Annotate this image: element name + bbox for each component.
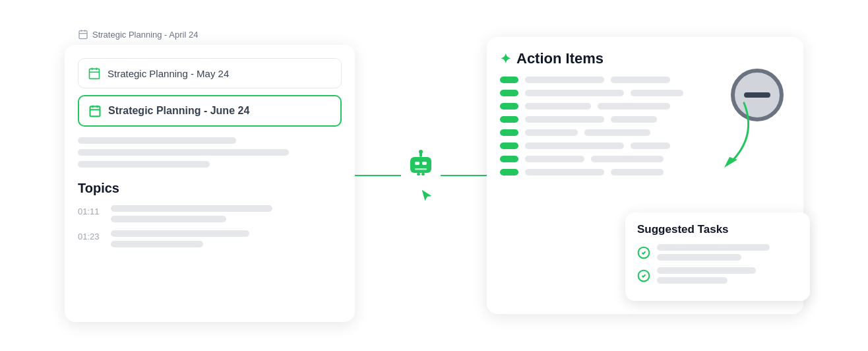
task-row-1 xyxy=(637,244,798,261)
grey-bar xyxy=(525,143,624,149)
topic-row-2: 01:23 xyxy=(78,230,342,247)
grey-bar xyxy=(611,169,664,176)
bot-icon-wrapper xyxy=(401,145,441,206)
placeholder-line xyxy=(657,277,728,284)
placeholder-line xyxy=(657,244,770,251)
svg-rect-4 xyxy=(90,69,100,79)
placeholder-line xyxy=(111,205,272,212)
green-bar xyxy=(500,156,518,162)
grey-bar xyxy=(611,77,670,83)
grey-bar xyxy=(631,90,683,96)
placeholder-line xyxy=(78,137,236,144)
green-bar xyxy=(500,77,518,83)
grey-bar xyxy=(525,169,604,176)
task-row-2 xyxy=(637,267,798,284)
grey-bar xyxy=(591,156,664,162)
action-items-title: Action Items xyxy=(516,50,604,67)
green-bar xyxy=(500,90,518,96)
magnifier xyxy=(731,69,784,121)
main-container: Strategic Planning - April 24 Strategic … xyxy=(38,29,830,322)
action-row-5 xyxy=(500,129,790,136)
calendar-icon-float xyxy=(78,29,88,40)
grey-bar xyxy=(525,77,604,83)
svg-rect-16 xyxy=(422,162,427,165)
action-row-6 xyxy=(500,143,790,149)
placeholder-line xyxy=(111,241,203,247)
sparkle-icon: ✦ xyxy=(500,51,511,67)
topic-lines-1 xyxy=(111,205,342,222)
meeting-item-may[interactable]: Strategic Planning - May 24 xyxy=(78,58,342,88)
action-row-8 xyxy=(500,169,790,176)
meeting-item-june[interactable]: Strategic Planning - June 24 xyxy=(78,95,342,127)
topic-lines-2 xyxy=(111,230,342,247)
placeholder-line xyxy=(657,267,756,274)
grey-bar xyxy=(525,90,624,96)
green-bar xyxy=(500,143,518,149)
svg-rect-15 xyxy=(415,162,419,165)
action-row-7 xyxy=(500,156,790,162)
placeholder-lines-top xyxy=(78,137,342,168)
placeholder-line xyxy=(657,254,741,261)
topics-title: Topics xyxy=(78,181,342,196)
grey-bar xyxy=(525,116,604,123)
green-bar xyxy=(500,129,518,136)
check-icon-1 xyxy=(637,246,650,259)
svg-rect-19 xyxy=(421,173,425,176)
topic-time-1: 01:11 xyxy=(78,207,102,216)
check-icon-2 xyxy=(637,269,650,282)
grey-bar xyxy=(598,103,670,110)
green-bar xyxy=(500,103,518,110)
grey-bar xyxy=(525,103,591,110)
grey-bar xyxy=(525,156,584,162)
suggested-tasks-card: Suggested Tasks xyxy=(625,212,810,301)
left-section: Strategic Planning - April 24 Strategic … xyxy=(65,29,355,322)
topic-row-1: 01:11 xyxy=(78,205,342,222)
green-bar xyxy=(500,116,518,123)
grey-bar xyxy=(611,116,657,123)
floating-label: Strategic Planning - April 24 xyxy=(78,29,198,40)
placeholder-line xyxy=(111,216,226,222)
topics-section: Topics 01:11 01:23 xyxy=(78,181,342,247)
placeholder-line xyxy=(78,161,210,168)
topic-time-2: 01:23 xyxy=(78,232,102,241)
svg-rect-0 xyxy=(79,31,87,39)
right-card: ✦ Action Items xyxy=(487,37,803,314)
calendar-icon-june xyxy=(88,104,102,117)
magnifier-line xyxy=(744,92,770,98)
task-lines-2 xyxy=(657,267,798,284)
cursor-icon xyxy=(419,189,434,203)
svg-point-14 xyxy=(419,150,423,154)
placeholder-line xyxy=(111,230,249,237)
meeting-may-label: Strategic Planning - May 24 xyxy=(108,68,229,79)
grey-bar xyxy=(631,143,670,149)
left-card: Strategic Planning - May 24 Strategic Pl… xyxy=(65,45,355,322)
svg-rect-8 xyxy=(90,106,100,116)
green-bar xyxy=(500,169,518,176)
action-items-header: ✦ Action Items xyxy=(500,50,790,67)
svg-rect-17 xyxy=(415,168,427,170)
grey-bar xyxy=(525,129,578,136)
svg-rect-12 xyxy=(410,157,431,173)
floating-label-text: Strategic Planning - April 24 xyxy=(92,30,198,40)
placeholder-line xyxy=(78,149,289,156)
svg-rect-18 xyxy=(417,173,420,176)
task-lines-1 xyxy=(657,244,798,261)
grey-bar xyxy=(584,129,650,136)
bot-icon xyxy=(404,148,438,182)
calendar-icon-may xyxy=(88,67,101,80)
suggested-tasks-title: Suggested Tasks xyxy=(637,223,798,236)
meeting-june-label: Strategic Planning - June 24 xyxy=(108,105,249,117)
connector xyxy=(355,156,487,195)
